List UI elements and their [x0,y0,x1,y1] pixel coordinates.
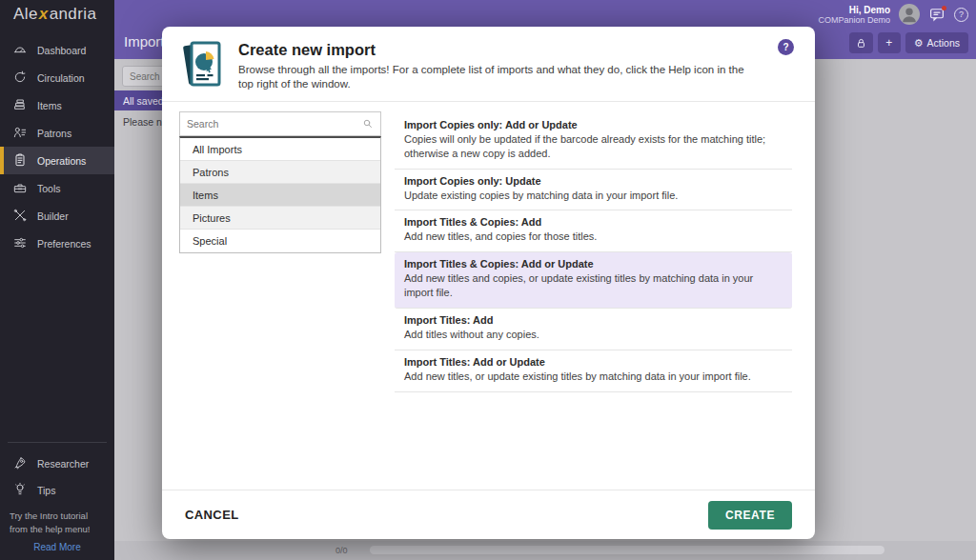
import-option-row[interactable]: Import Titles & Copies: Add or UpdateAdd… [395,252,792,309]
import-option-row[interactable]: Import Titles: AddAdd titles without any… [395,309,792,350]
sidebar-item-items[interactable]: Items [0,91,114,119]
plus-icon: + [885,36,892,50]
category-row-items[interactable]: Items [180,184,380,207]
category-search-box [179,111,381,136]
alexandria-app: Alexandria DashboardCirculationItemsPatr… [0,0,976,560]
topbar-buttons: + ⚙ Actions [849,32,968,53]
rocket-icon [12,455,28,472]
sidebar-item-operations[interactable]: Operations [0,147,114,174]
logo-text-post: andria [50,5,97,24]
lock-button[interactable] [849,32,873,53]
import-option-description: Add new titles and copies, or update exi… [404,271,783,300]
patrons-icon [12,125,28,142]
sidebar-item-label: Operations [37,155,86,167]
import-option-title: Import Titles & Copies: Add [404,216,783,228]
tutorial-hint-text: Try the Intro tutorial from the help men… [0,504,114,538]
category-row-special[interactable]: Special [180,230,380,252]
category-search-input[interactable] [187,118,362,130]
modal-header-text: Create new import Browse through all the… [238,39,753,91]
actions-button[interactable]: ⚙ Actions [905,32,968,53]
user-greeting: Hi, Demo [818,5,890,15]
alexandria-logo: Alexandria [0,0,114,29]
import-option-description: Add new titles, or update existing title… [404,370,783,384]
modal-footer: CANCEL CREATE [162,490,815,539]
sidebar-item-dashboard[interactable]: Dashboard [0,36,114,64]
import-option-description: Copies will only be updated if the barco… [404,132,783,161]
import-option-description: Add titles without any copies. [404,328,783,342]
modal-body: All ImportsPatronsItemsPicturesSpecial I… [162,102,815,490]
record-count: 0/0 [336,546,348,555]
create-import-modal: Create new import Browse through all the… [162,27,815,539]
sidebar: Alexandria DashboardCirculationItemsPatr… [0,0,114,560]
import-option-title: Import Titles: Add or Update [404,356,783,368]
sidebar-item-patrons[interactable]: Patrons [0,119,114,147]
sidebar-item-tools[interactable]: Tools [0,174,114,202]
sidebar-item-circulation[interactable]: Circulation [0,64,114,91]
import-document-icon [179,39,225,89]
sidebar-item-label: Circulation [37,72,85,84]
category-row-all-imports[interactable]: All Imports [180,138,380,161]
actions-button-label: Actions [927,37,960,49]
sidebar-item-tips[interactable]: Tips [0,477,114,504]
sidebar-footer-items: ResearcherTips [0,450,114,504]
modal-title: Create new import [238,41,753,59]
dashboard-icon [12,42,28,59]
status-bottom-bar: 0/0 [114,541,976,560]
sidebar-item-builder[interactable]: Builder [0,202,114,230]
sidebar-item-researcher[interactable]: Researcher [0,450,114,477]
import-option-title: Import Titles: Add [404,314,783,326]
account-name: COMPanion Demo [818,15,890,25]
import-option-title: Import Copies only: Add or Update [404,119,783,130]
notification-dot [942,6,946,10]
import-option-title: Import Copies only: Update [404,175,783,187]
background-note-text: Please n [123,116,162,128]
modal-help-icon[interactable]: ? [778,39,794,55]
category-list: All ImportsPatronsItemsPicturesSpecial [179,136,381,253]
import-option-row[interactable]: Import Copies only: Add or UpdateCopies … [395,113,792,170]
import-option-title: Import Titles & Copies: Add or Update [404,258,783,270]
import-option-row[interactable]: Import Titles: Add or UpdateAdd new titl… [395,350,792,392]
sidebar-divider [8,442,107,443]
category-panel: All ImportsPatronsItemsPicturesSpecial [179,111,381,490]
sidebar-item-label: Items [37,100,62,111]
import-option-description: Update existing copies by matching data … [404,189,783,203]
user-block: Hi, Demo COMPanion Demo ? [818,4,968,25]
horizontal-scrollbar[interactable] [370,546,884,554]
read-more-link[interactable]: Read More [0,538,114,554]
sidebar-item-label: Preferences [37,238,92,250]
messages-icon[interactable] [928,6,946,23]
add-button[interactable]: + [878,32,901,53]
logo-text-pre: Ale [13,5,38,24]
gear-icon: ⚙ [914,37,924,50]
user-names: Hi, Demo COMPanion Demo [818,5,890,25]
sidebar-item-label: Tools [37,183,61,194]
sidebar-item-label: Dashboard [37,45,86,56]
import-option-description: Add new titles, and copies for those tit… [404,230,783,244]
search-icon [362,118,374,130]
items-icon [12,97,28,114]
sidebar-item-label: Patrons [37,128,71,139]
modal-header: Create new import Browse through all the… [162,27,815,102]
user-avatar[interactable] [899,4,920,25]
sidebar-bottom: ResearcherTips Try the Intro tutorial fr… [0,442,114,554]
header-help-icon[interactable]: ? [954,8,968,22]
import-option-row[interactable]: Import Titles & Copies: AddAdd new title… [395,210,792,252]
operations-icon [12,152,28,170]
sidebar-nav: DashboardCirculationItemsPatronsOperatio… [0,36,114,257]
sidebar-item-preferences[interactable]: Preferences [0,230,114,257]
sidebar-item-label: Tips [37,485,55,496]
modal-subtitle: Browse through all the imports! For a co… [238,63,753,91]
circulation-icon [12,70,28,87]
category-row-pictures[interactable]: Pictures [180,207,380,230]
import-option-row[interactable]: Import Copies only: UpdateUpdate existin… [395,170,792,211]
logo-x-glyph: x [38,5,50,24]
import-type-list: Import Copies only: Add or UpdateCopies … [395,111,792,490]
category-row-patrons[interactable]: Patrons [180,161,380,184]
sidebar-item-label: Builder [37,210,69,222]
cancel-button[interactable]: CANCEL [185,508,239,522]
tools-icon [12,180,28,197]
create-button[interactable]: CREATE [708,501,792,530]
sidebar-item-label: Researcher [37,458,89,470]
lock-icon [855,37,867,50]
lightbulb-icon [12,482,28,499]
